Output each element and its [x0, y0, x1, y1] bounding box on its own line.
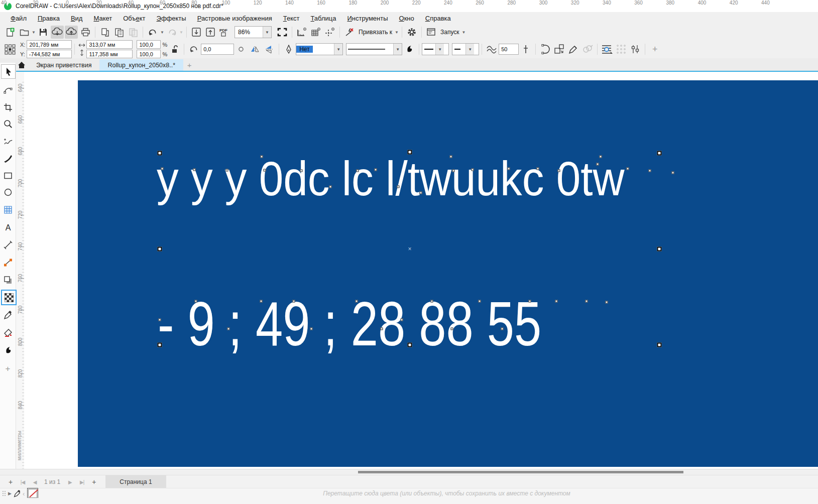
snap-to-label[interactable]: Привязать к [359, 29, 392, 36]
copy-props-check-icon[interactable] [581, 43, 594, 56]
curve-node-marker[interactable] [451, 328, 453, 330]
options-gear-button[interactable] [405, 26, 418, 39]
curve-node-marker[interactable] [161, 168, 164, 170]
menu-item-Объект[interactable]: Объект [118, 13, 151, 24]
new-tab-button[interactable]: + [183, 59, 195, 71]
menu-item-Окно[interactable]: Окно [394, 13, 420, 24]
show-guidelines-button[interactable] [323, 26, 336, 39]
line-style-dropdown[interactable]: ▼ [393, 44, 402, 55]
table-tool[interactable] [1, 203, 15, 216]
curve-node-marker[interactable] [401, 319, 403, 321]
next-page-button[interactable]: ▶ [64, 476, 75, 487]
selection-center-marker[interactable]: × [408, 245, 411, 253]
lock-ratio-button[interactable] [168, 43, 181, 56]
redo-button[interactable] [165, 26, 178, 39]
import-button[interactable] [190, 26, 203, 39]
mirror-vertical-button[interactable] [263, 43, 276, 56]
launcher-button[interactable] [425, 26, 438, 39]
curve-node-marker[interactable] [627, 168, 629, 170]
start-arrowhead-dropdown[interactable]: ▼ [435, 44, 444, 55]
scale-v-field[interactable]: 100,0 [137, 50, 161, 58]
save-button[interactable] [37, 26, 50, 39]
selection-handle[interactable] [657, 151, 662, 156]
curve-node-marker[interactable] [450, 156, 452, 158]
page-tab[interactable]: Страница 1 [105, 475, 166, 488]
selection-handle[interactable] [158, 343, 162, 347]
open-dropdown[interactable]: ▼ [31, 26, 36, 39]
outline-tool[interactable] [1, 343, 15, 357]
freehand-tool[interactable] [1, 135, 15, 148]
text-wrap-icon[interactable] [601, 43, 614, 56]
canvas-text-line2[interactable]: - 9 ; 49 ; 28 88 55 [158, 292, 541, 355]
position-widget-icon[interactable] [4, 43, 17, 56]
curve-node-marker[interactable] [310, 328, 313, 330]
ellipse-tool[interactable] [1, 185, 15, 199]
redo-dropdown[interactable]: ▼ [179, 26, 184, 39]
fill-tool[interactable] [1, 326, 15, 339]
tab-document[interactable]: Rollup_купон_2050x8..* [99, 59, 183, 71]
shadow-tool[interactable] [1, 273, 15, 287]
last-page-button[interactable]: ▶| [76, 476, 87, 487]
undo-dropdown[interactable]: ▼ [160, 26, 165, 39]
artistic-media-tool[interactable] [1, 151, 15, 165]
curve-node-marker[interactable] [672, 172, 674, 174]
selection-handle[interactable] [158, 151, 162, 156]
selection-handle[interactable] [657, 247, 662, 251]
y-position-field[interactable]: -744,582 мм [27, 50, 72, 58]
horizontal-scrollbar-thumb[interactable] [358, 471, 683, 473]
menu-item-Таблица[interactable]: Таблица [305, 13, 342, 24]
menu-item-Инструменты[interactable]: Инструменты [341, 13, 393, 24]
dimension-tool[interactable] [1, 238, 15, 251]
curve-node-marker[interactable] [159, 319, 161, 321]
copy-props-icon[interactable] [567, 43, 580, 56]
show-rulers-button[interactable] [295, 26, 308, 39]
curve-node-marker[interactable] [501, 328, 504, 330]
scale-corners-icon[interactable] [553, 43, 566, 56]
curve-node-marker[interactable] [300, 170, 303, 172]
curve-node-marker[interactable] [479, 300, 481, 303]
end-arrowhead-combo[interactable]: ▼ [452, 43, 479, 55]
paste-button[interactable] [127, 26, 140, 39]
eyedropper-tool[interactable] [1, 308, 15, 322]
pick-tool[interactable] [1, 64, 16, 79]
cloud-open-button[interactable] [51, 26, 64, 39]
vertical-ruler[interactable]: миллиметры640660680700720740760780800820… [16, 79, 25, 469]
selection-handle[interactable] [408, 343, 412, 347]
snap-off-button[interactable] [343, 26, 356, 39]
blur-icon[interactable] [615, 43, 628, 56]
curve-node-marker[interactable] [375, 169, 377, 171]
adjust-sliders-icon[interactable] [629, 43, 642, 56]
rotation-angle-field[interactable]: 0,0 [201, 44, 234, 55]
ink-icon[interactable] [403, 43, 416, 56]
curve-node-marker[interactable] [397, 186, 400, 188]
x-position-field[interactable]: 201,789 мм [27, 40, 72, 49]
menu-item-Файл[interactable]: Файл [5, 13, 32, 24]
mirror-horizontal-button[interactable] [249, 43, 262, 56]
scale-h-field[interactable]: 100,0 [137, 40, 161, 49]
add-tool-button[interactable]: + [1, 362, 15, 375]
curve-node-marker[interactable] [381, 328, 383, 330]
curve-node-marker[interactable] [193, 169, 196, 171]
curve-node-marker[interactable] [649, 170, 651, 172]
start-arrowhead-combo[interactable]: ▼ [422, 43, 449, 55]
drawing-canvas[interactable]: y y y 0dc lc l/twuukc 0tw - 9 ; 49 ; 28 … [24, 79, 818, 469]
crop-tool[interactable] [1, 100, 15, 114]
first-page-button[interactable]: |◀ [17, 476, 28, 487]
curve-node-marker[interactable] [293, 300, 295, 303]
tab-welcome-screen[interactable]: Экран приветствия [28, 59, 99, 71]
object-width-field[interactable]: 313,07 мм [86, 40, 133, 49]
publish-pdf-button[interactable]: PDF [218, 26, 231, 39]
curve-node-marker[interactable] [261, 156, 263, 158]
curve-node-marker[interactable] [452, 170, 455, 172]
menu-item-Вид[interactable]: Вид [65, 13, 88, 24]
transparency-tool[interactable] [1, 290, 17, 305]
curve-node-marker[interactable] [260, 300, 263, 303]
curve-node-marker[interactable] [329, 186, 332, 188]
snap-to-dropdown[interactable]: ▼ [394, 26, 399, 39]
menu-item-Растровые изображения[interactable]: Растровые изображения [192, 13, 278, 24]
curve-node-marker[interactable] [226, 169, 228, 172]
menu-item-Текст[interactable]: Текст [278, 13, 305, 24]
curve-node-marker[interactable] [537, 168, 539, 170]
curve-node-marker[interactable] [431, 300, 433, 303]
new-document-button[interactable] [4, 26, 17, 39]
